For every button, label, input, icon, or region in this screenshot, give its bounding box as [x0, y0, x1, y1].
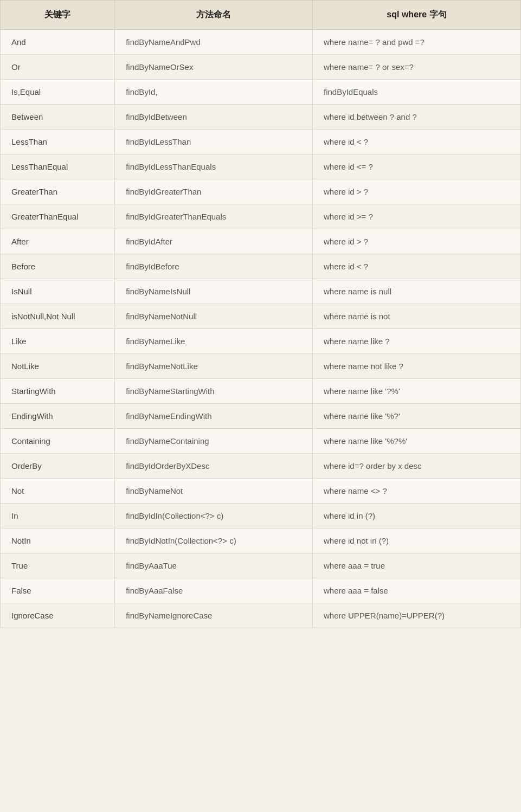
keyword-cell: Like	[1, 329, 115, 354]
table-row: LessThanfindByIdLessThanwhere id < ?	[1, 130, 521, 154]
keyword-cell: Containing	[1, 429, 115, 454]
method-cell: findByIdIn(Collection<?> c)	[115, 504, 313, 529]
keyword-cell: Not	[1, 479, 115, 504]
method-cell: findByNameStartingWith	[115, 379, 313, 404]
method-cell: findByNameIgnoreCase	[115, 603, 313, 628]
method-cell: findByNameLike	[115, 329, 313, 354]
keyword-cell: In	[1, 504, 115, 529]
keyword-cell: Is,Equal	[1, 80, 115, 105]
table-row: FalsefindByAaaFalsewhere aaa = false	[1, 578, 521, 603]
method-cell: findByNameNotNull	[115, 304, 313, 329]
keyword-cell: Or	[1, 55, 115, 80]
sql-cell: where name like '%?%'	[312, 429, 520, 454]
keyword-cell: IgnoreCase	[1, 603, 115, 628]
method-cell: findByIdGreaterThanEquals	[115, 204, 313, 229]
table-row: AfterfindByIdAfterwhere id > ?	[1, 229, 521, 254]
sql-cell: where name like '?%'	[312, 379, 520, 404]
method-cell: findByIdAfter	[115, 229, 313, 254]
method-cell: findByAaaTue	[115, 553, 313, 578]
method-cell: findByNameIsNull	[115, 279, 313, 304]
sql-cell: where id=? order by x desc	[312, 454, 520, 479]
sql-cell: findByIdEquals	[312, 80, 520, 105]
sql-cell: where id >= ?	[312, 204, 520, 229]
method-header: 方法命名	[115, 1, 313, 30]
method-cell: findByIdBetween	[115, 105, 313, 130]
table-row: LessThanEqualfindByIdLessThanEqualswhere…	[1, 154, 521, 179]
method-cell: findByIdLessThan	[115, 130, 313, 154]
keyword-table: 关键字 方法命名 sql where 字句 AndfindByNameAndPw…	[0, 0, 521, 628]
sql-cell: where id > ?	[312, 229, 520, 254]
keyword-cell: After	[1, 229, 115, 254]
table-row: ContainingfindByNameContainingwhere name…	[1, 429, 521, 454]
sql-cell: where id <= ?	[312, 154, 520, 179]
method-cell: findByNameEndingWith	[115, 404, 313, 429]
table-row: NotfindByNameNotwhere name <> ?	[1, 479, 521, 504]
keyword-cell: OrderBy	[1, 454, 115, 479]
table-row: NotLikefindByNameNotLikewhere name not l…	[1, 354, 521, 379]
method-cell: findById,	[115, 80, 313, 105]
keyword-cell: LessThanEqual	[1, 154, 115, 179]
sql-cell: where id < ?	[312, 130, 520, 154]
keyword-cell: NotIn	[1, 529, 115, 553]
table-row: NotInfindByIdNotIn(Collection<?> c)where…	[1, 529, 521, 553]
table-row: OrfindByNameOrSexwhere name= ? or sex=?	[1, 55, 521, 80]
table-row: StartingWithfindByNameStartingWithwhere …	[1, 379, 521, 404]
keyword-header: 关键字	[1, 1, 115, 30]
table-row: IgnoreCasefindByNameIgnoreCasewhere UPPE…	[1, 603, 521, 628]
method-cell: findByIdLessThanEquals	[115, 154, 313, 179]
sql-cell: where UPPER(name)=UPPER(?)	[312, 603, 520, 628]
table-row: InfindByIdIn(Collection<?> c)where id in…	[1, 504, 521, 529]
main-container: 关键字 方法命名 sql where 字句 AndfindByNameAndPw…	[0, 0, 521, 812]
method-cell: findByAaaFalse	[115, 578, 313, 603]
sql-cell: where id in (?)	[312, 504, 520, 529]
keyword-cell: GreaterThan	[1, 179, 115, 204]
table-row: AndfindByNameAndPwdwhere name= ? and pwd…	[1, 30, 521, 55]
table-row: EndingWithfindByNameEndingWithwhere name…	[1, 404, 521, 429]
table-row: isNotNull,Not NullfindByNameNotNullwhere…	[1, 304, 521, 329]
keyword-cell: Before	[1, 254, 115, 279]
sql-cell: where name like '%?'	[312, 404, 520, 429]
sql-cell: where name is null	[312, 279, 520, 304]
table-row: BetweenfindByIdBetweenwhere id between ?…	[1, 105, 521, 130]
method-cell: findByIdGreaterThan	[115, 179, 313, 204]
sql-cell: where name= ? or sex=?	[312, 55, 520, 80]
sql-cell: where id > ?	[312, 179, 520, 204]
table-row: TruefindByAaaTuewhere aaa = true	[1, 553, 521, 578]
sql-cell: where name is not	[312, 304, 520, 329]
method-cell: findByIdNotIn(Collection<?> c)	[115, 529, 313, 553]
table-row: LikefindByNameLikewhere name like ?	[1, 329, 521, 354]
keyword-cell: isNotNull,Not Null	[1, 304, 115, 329]
sql-cell: where id < ?	[312, 254, 520, 279]
table-row: GreaterThanfindByIdGreaterThanwhere id >…	[1, 179, 521, 204]
method-cell: findByNameAndPwd	[115, 30, 313, 55]
sql-cell: where aaa = true	[312, 553, 520, 578]
method-cell: findByIdBefore	[115, 254, 313, 279]
sql-cell: where name <> ?	[312, 479, 520, 504]
table-header-row: 关键字 方法命名 sql where 字句	[1, 1, 521, 30]
keyword-cell: True	[1, 553, 115, 578]
keyword-cell: NotLike	[1, 354, 115, 379]
keyword-cell: And	[1, 30, 115, 55]
method-cell: findByIdOrderByXDesc	[115, 454, 313, 479]
sql-cell: where id not in (?)	[312, 529, 520, 553]
method-cell: findByNameNot	[115, 479, 313, 504]
keyword-cell: False	[1, 578, 115, 603]
sql-cell: where name like ?	[312, 329, 520, 354]
method-cell: findByNameNotLike	[115, 354, 313, 379]
keyword-cell: IsNull	[1, 279, 115, 304]
sql-cell: where name not like ?	[312, 354, 520, 379]
sql-cell: where name= ? and pwd =?	[312, 30, 520, 55]
keyword-cell: Between	[1, 105, 115, 130]
keyword-cell: LessThan	[1, 130, 115, 154]
table-row: OrderByfindByIdOrderByXDescwhere id=? or…	[1, 454, 521, 479]
sql-cell: where aaa = false	[312, 578, 520, 603]
method-cell: findByNameContaining	[115, 429, 313, 454]
table-row: GreaterThanEqualfindByIdGreaterThanEqual…	[1, 204, 521, 229]
sql-cell: where id between ? and ?	[312, 105, 520, 130]
table-row: BeforefindByIdBeforewhere id < ?	[1, 254, 521, 279]
keyword-cell: EndingWith	[1, 404, 115, 429]
table-row: Is,EqualfindById,findByIdEquals	[1, 80, 521, 105]
sql-header: sql where 字句	[312, 1, 520, 30]
table-row: IsNullfindByNameIsNullwhere name is null	[1, 279, 521, 304]
keyword-cell: GreaterThanEqual	[1, 204, 115, 229]
